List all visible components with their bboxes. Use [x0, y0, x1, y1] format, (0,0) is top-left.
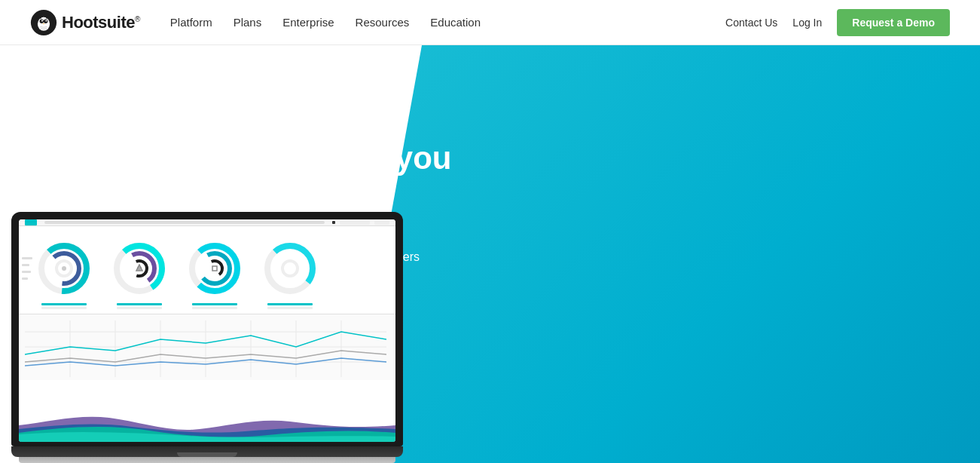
- request-demo-header-button[interactable]: Request a Demo: [837, 9, 950, 36]
- logo[interactable]: Hootsuite®: [30, 9, 140, 36]
- laptop-illustration: [11, 212, 403, 463]
- svg-point-14: [62, 266, 66, 271]
- log-in-link[interactable]: Log In: [792, 17, 822, 29]
- logo-brand-name: Hootsuite®: [62, 13, 140, 32]
- svg-rect-25: [212, 266, 217, 271]
- dashboard-mockup: [19, 219, 395, 442]
- svg-point-6: [45, 20, 47, 21]
- nav-item-resources[interactable]: Resources: [356, 16, 410, 29]
- svg-point-23: [200, 253, 230, 284]
- svg-point-24: [207, 261, 222, 276]
- svg-point-28: [282, 261, 298, 276]
- hootsuite-owl-icon: [30, 9, 57, 36]
- nav-item-platform[interactable]: Platform: [170, 16, 212, 29]
- svg-point-5: [41, 20, 43, 21]
- main-header: Hootsuite® Platform Plans Enterprise Res…: [0, 0, 980, 45]
- nav-item-education[interactable]: Education: [430, 16, 481, 29]
- hero-section: Get business results you can measure The…: [0, 45, 980, 463]
- nav-item-enterprise[interactable]: Enterprise: [282, 16, 334, 29]
- main-nav: Platform Plans Enterprise Resources Educ…: [170, 16, 725, 29]
- nav-item-plans[interactable]: Plans: [234, 16, 262, 29]
- header-right-actions: Contact Us Log In Request a Demo: [725, 9, 950, 36]
- contact-us-link[interactable]: Contact Us: [725, 17, 777, 29]
